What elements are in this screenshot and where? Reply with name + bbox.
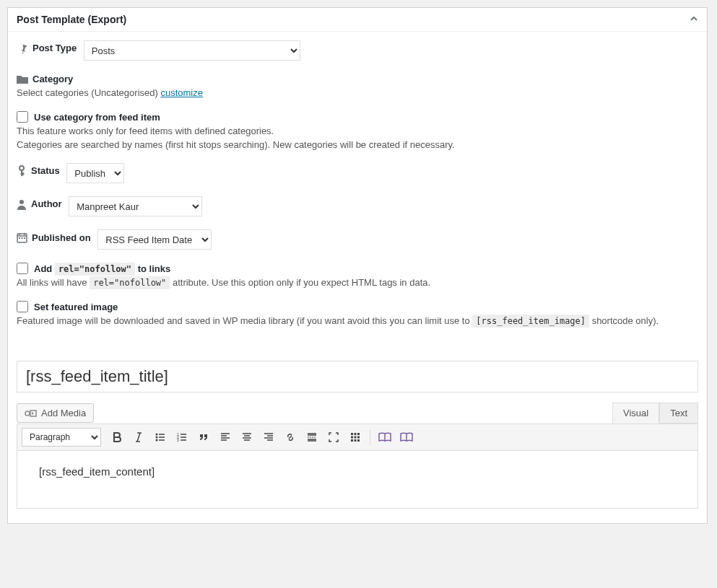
collapse-toggle[interactable]	[690, 14, 698, 25]
featured-checkbox[interactable]	[17, 301, 28, 312]
key-icon	[17, 165, 27, 177]
numbered-list-icon: 123	[176, 431, 188, 443]
read-more-button[interactable]	[302, 427, 322, 447]
svg-point-1	[19, 200, 24, 204]
published-select[interactable]: RSS Feed Item Date	[97, 229, 212, 250]
featured-help-code: [rss_feed_item_image]	[472, 315, 589, 328]
status-label: Status	[17, 165, 60, 177]
align-left-icon	[220, 431, 231, 443]
svg-point-9	[156, 436, 158, 439]
svg-point-10	[156, 439, 158, 442]
format-select[interactable]: Paragraph	[22, 428, 101, 447]
nofollow-code: rel="nofollow"	[55, 263, 135, 276]
fullscreen-button[interactable]	[323, 427, 344, 447]
category-help-text: Select categories (Uncategorised)	[17, 87, 160, 98]
pin-icon	[17, 43, 28, 54]
status-label-text: Status	[31, 165, 60, 176]
tab-visual[interactable]: Visual	[612, 403, 659, 424]
svg-point-6	[25, 411, 30, 416]
media-row: Add Media Visual Text	[17, 403, 698, 424]
use-category-section: Use category from feed item This feature…	[17, 111, 698, 150]
post-type-label: Post Type	[17, 43, 77, 54]
use-category-help2: Categories are searched by names (first …	[17, 139, 698, 150]
featured-section: Set featured image Featured image will b…	[17, 301, 698, 326]
published-label: Published on	[17, 232, 91, 243]
read-more-icon	[306, 431, 318, 443]
post-template-meta-box: Post Template (Export) Post Type Posts C…	[7, 7, 708, 524]
svg-rect-20	[351, 439, 353, 442]
fullscreen-icon	[328, 431, 339, 443]
featured-help: Featured image will be downloaded and sa…	[17, 315, 698, 326]
post-type-label-text: Post Type	[32, 43, 77, 53]
editor-toolbar: Paragraph 123	[17, 424, 698, 451]
bullet-list-button[interactable]	[150, 427, 170, 447]
nofollow-checkbox[interactable]	[17, 263, 28, 274]
svg-rect-16	[357, 433, 360, 435]
category-label-text: Category	[32, 74, 73, 84]
media-icon	[25, 408, 38, 418]
align-right-icon	[263, 431, 274, 443]
book-icon	[400, 432, 413, 442]
custom-button-1[interactable]	[375, 427, 395, 447]
align-left-button[interactable]	[215, 427, 235, 447]
svg-rect-4	[22, 237, 23, 239]
published-row: Published on RSS Feed Item Date	[17, 229, 698, 250]
svg-point-0	[19, 166, 24, 170]
book-icon	[378, 432, 391, 442]
svg-rect-5	[24, 237, 25, 239]
link-icon	[284, 431, 296, 443]
blockquote-button[interactable]	[194, 427, 214, 447]
use-category-label: Use category from feed item	[34, 112, 160, 123]
svg-text:3: 3	[177, 438, 179, 442]
category-heading: Category	[17, 74, 698, 84]
customize-link[interactable]: customize	[160, 87, 203, 98]
bullet-list-icon	[155, 431, 166, 443]
use-category-checkbox[interactable]	[17, 111, 28, 123]
category-help: Select categories (Uncategorised) custom…	[17, 87, 698, 98]
bold-button[interactable]	[107, 427, 127, 447]
svg-rect-17	[351, 436, 353, 439]
post-title-input[interactable]	[17, 361, 698, 392]
tab-text[interactable]: Text	[659, 403, 698, 424]
svg-point-8	[156, 434, 158, 436]
person-icon	[17, 198, 27, 210]
calendar-icon	[17, 232, 27, 243]
status-select[interactable]: Publish	[66, 163, 124, 183]
chevron-up-icon	[690, 14, 698, 23]
svg-rect-3	[19, 237, 20, 239]
spacer	[17, 339, 698, 361]
published-label-text: Published on	[32, 232, 91, 243]
align-center-icon	[241, 431, 253, 443]
nofollow-help: All links will have rel="nofollow" attri…	[17, 277, 698, 288]
meta-box-body: Post Type Posts Category Select categori…	[8, 32, 707, 523]
post-type-select[interactable]: Posts	[84, 40, 300, 61]
featured-label: Set featured image	[34, 302, 118, 312]
custom-button-2[interactable]	[396, 427, 417, 447]
author-select[interactable]: Manpreet Kaur	[69, 196, 202, 216]
folder-icon	[17, 74, 28, 84]
nofollow-help-code: rel="nofollow"	[90, 276, 170, 289]
author-label: Author	[17, 198, 62, 210]
nofollow-section: Add rel="nofollow" to links All links wi…	[17, 263, 698, 288]
align-center-button[interactable]	[237, 427, 257, 447]
post-type-row: Post Type Posts	[17, 40, 698, 61]
status-row: Status Publish	[17, 163, 698, 183]
svg-rect-14	[351, 433, 353, 435]
author-label-text: Author	[31, 198, 62, 209]
add-media-button[interactable]: Add Media	[17, 403, 94, 423]
editor-content[interactable]: [rss_feed_item_content]	[17, 451, 698, 509]
editor-tabs: Visual Text	[612, 403, 698, 424]
align-right-button[interactable]	[258, 427, 279, 447]
add-media-label: Add Media	[41, 408, 86, 418]
toolbar-toggle-button[interactable]	[345, 427, 365, 447]
meta-box-title: Post Template (Export)	[17, 14, 126, 25]
italic-icon	[133, 431, 144, 443]
svg-rect-22	[357, 439, 360, 442]
link-button[interactable]	[280, 427, 300, 447]
italic-button[interactable]	[129, 427, 149, 447]
use-category-help1: This feature works only for feed items w…	[17, 126, 698, 136]
bold-icon	[111, 431, 123, 443]
svg-rect-15	[355, 433, 357, 435]
meta-box-header: Post Template (Export)	[8, 8, 707, 32]
numbered-list-button[interactable]: 123	[172, 427, 192, 447]
